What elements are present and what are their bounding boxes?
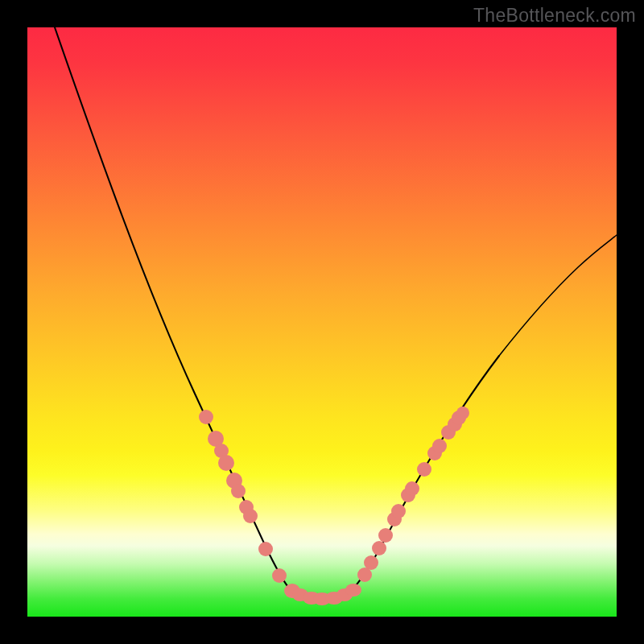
svg-point-20 <box>378 528 393 543</box>
svg-point-22 <box>391 504 406 518</box>
svg-point-18 <box>364 555 378 570</box>
watermark-text: TheBottleneck.com <box>473 5 636 27</box>
svg-point-24 <box>405 481 419 496</box>
svg-point-19 <box>372 541 386 555</box>
plot-area <box>27 27 617 617</box>
svg-point-25 <box>417 462 431 477</box>
svg-point-27 <box>432 439 447 453</box>
svg-point-7 <box>243 509 258 523</box>
bottleneck-curve <box>27 27 617 617</box>
svg-point-31 <box>456 407 469 419</box>
svg-point-8 <box>258 542 273 556</box>
curve-right-branch-upper <box>499 235 617 356</box>
curve-left-branch <box>55 27 290 589</box>
svg-point-3 <box>218 455 234 471</box>
svg-point-0 <box>199 410 213 424</box>
chart-frame: TheBottleneck.com <box>0 0 644 644</box>
svg-point-5 <box>231 484 246 498</box>
svg-point-9 <box>272 568 287 583</box>
curve-markers <box>199 407 469 605</box>
svg-point-16 <box>345 584 361 597</box>
